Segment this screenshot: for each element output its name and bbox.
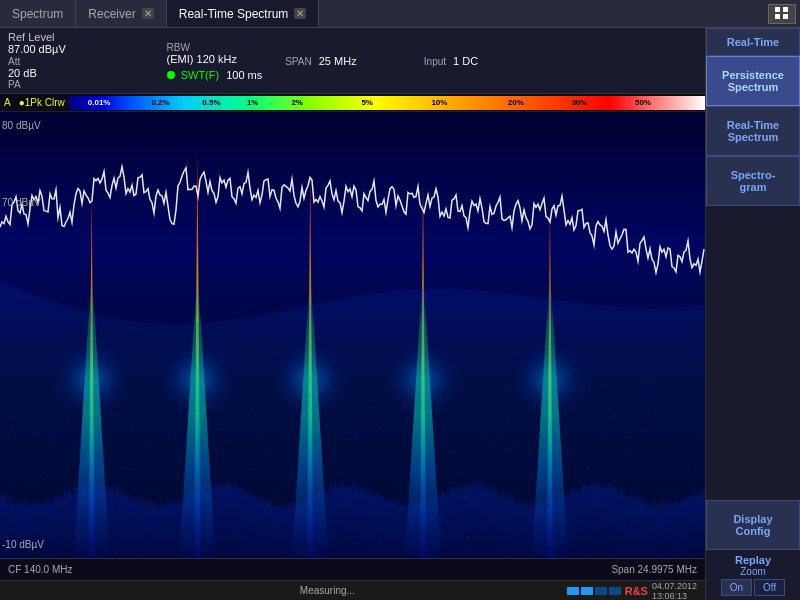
pa-label: PA bbox=[8, 79, 143, 90]
right-panel: Real-Time Persistence Spectrum Real-Time… bbox=[705, 28, 800, 600]
realtime-spectrum-label2: Spectrum bbox=[728, 131, 779, 143]
status-bar: Measuring... R&S 04.07.2012 13:06:13 bbox=[0, 580, 705, 600]
prog-2 bbox=[581, 587, 593, 595]
span-label: Span 24.9975 MHz bbox=[611, 564, 697, 575]
ref-level-value: 87.00 dBµV bbox=[8, 43, 143, 55]
realtime-spectrum-label1: Real-Time bbox=[727, 119, 779, 131]
replay-zoom-section: Replay Zoom On Off bbox=[706, 550, 800, 600]
pct-label-5: 5% bbox=[361, 98, 373, 107]
replay-label: Replay bbox=[710, 554, 796, 566]
status-datetime: 04.07.2012 13:06:13 bbox=[652, 581, 697, 601]
status-measuring: Measuring... bbox=[300, 585, 355, 596]
prog-4 bbox=[609, 587, 621, 595]
tab-receiver[interactable]: Receiver ✕ bbox=[76, 0, 166, 27]
left-panel: Ref Level 87.00 dBµV Att 20 dB PA RBW (E… bbox=[0, 28, 705, 600]
pct-label-20: 20% bbox=[508, 98, 524, 107]
spectrogram-button[interactable]: Spectro- gram bbox=[706, 156, 800, 206]
marker-a-label: A bbox=[0, 97, 15, 108]
right-time bbox=[706, 492, 800, 500]
status-time: 13:06:13 bbox=[652, 591, 687, 601]
cf-label: CF 140.0 MHz bbox=[8, 564, 72, 575]
rbw-group: RBW (EMI) 120 kHz SWT(F) 100 ms bbox=[147, 41, 282, 81]
grid-icon bbox=[775, 7, 789, 21]
zoom-on-button[interactable]: On bbox=[721, 579, 752, 596]
display-config-label1: Display bbox=[733, 513, 772, 525]
color-gradient-bar: 0.01% 0.2% 0.5% 1% 2% 5% 10% 20% 30% 50% bbox=[69, 96, 705, 110]
tab-bar: Spectrum Receiver ✕ Real-Time Spectrum ✕ bbox=[0, 0, 800, 28]
swt-indicator bbox=[167, 71, 175, 79]
spectrum-display: 80 dBµV 70 dBµV -10 dBµV bbox=[0, 112, 705, 558]
marker-type-label: ●1Pk Clrw bbox=[15, 97, 69, 108]
zoom-label: Zoom bbox=[710, 566, 796, 577]
span-group: SPAN 25 MHz bbox=[285, 55, 420, 67]
status-progress bbox=[567, 587, 621, 595]
att-label: Att bbox=[8, 56, 20, 67]
swt-label: SWT(F) bbox=[181, 69, 219, 81]
persistence-spectrum-label2: Spectrum bbox=[728, 81, 779, 93]
realtime-spectrum-button[interactable]: Real-Time Spectrum bbox=[706, 106, 800, 156]
header-info: Ref Level 87.00 dBµV Att 20 dB PA RBW (E… bbox=[0, 28, 705, 94]
att-value: 20 dB bbox=[8, 67, 143, 79]
input-label: Input bbox=[424, 56, 446, 67]
status-right: R&S 04.07.2012 13:06:13 bbox=[567, 581, 697, 601]
rohde-schwarz-logo: R&S bbox=[625, 585, 648, 597]
span-label: SPAN bbox=[285, 56, 312, 67]
tab-realtime[interactable]: Real-Time Spectrum ✕ bbox=[167, 0, 320, 27]
status-date: 04.07.2012 bbox=[652, 581, 697, 591]
tab-receiver-label: Receiver bbox=[88, 7, 135, 21]
ref-level-group: Ref Level 87.00 dBµV Att 20 dB PA bbox=[8, 31, 143, 90]
pct-labels: 0.01% 0.2% 0.5% 1% 2% 5% 10% 20% 30% 50% bbox=[69, 96, 705, 110]
persistence-spectrum-label: Persistence bbox=[722, 69, 784, 81]
display-config-button[interactable]: Display Config bbox=[706, 500, 800, 550]
prog-1 bbox=[567, 587, 579, 595]
pct-label-1: 1% bbox=[247, 98, 259, 107]
pct-label-001: 0.01% bbox=[88, 98, 111, 107]
tab-realtime-close[interactable]: ✕ bbox=[294, 8, 306, 19]
input-value: 1 DC bbox=[453, 55, 478, 67]
prog-3 bbox=[595, 587, 607, 595]
tab-spectrum[interactable]: Spectrum bbox=[0, 0, 76, 27]
zoom-off-button[interactable]: Off bbox=[754, 579, 785, 596]
span-value: 25 MHz bbox=[319, 55, 357, 67]
rbw-label: RBW bbox=[167, 42, 190, 53]
on-off-buttons: On Off bbox=[710, 579, 796, 596]
pct-label-2: 2% bbox=[291, 98, 303, 107]
spectrogram-label2: gram bbox=[740, 181, 767, 193]
pct-label-10: 10% bbox=[431, 98, 447, 107]
tab-receiver-close[interactable]: ✕ bbox=[142, 8, 154, 19]
right-spacer bbox=[706, 206, 800, 492]
rbw-value: (EMI) 120 kHz bbox=[167, 53, 282, 65]
realtime-top-button[interactable]: Real-Time bbox=[706, 28, 800, 56]
grid-menu-button[interactable] bbox=[768, 4, 796, 24]
tab-realtime-label: Real-Time Spectrum bbox=[179, 7, 289, 21]
persistence-spectrum-button[interactable]: Persistence Spectrum bbox=[706, 56, 800, 106]
ref-level-label: Ref Level bbox=[8, 31, 54, 43]
persistence-bar: A ●1Pk Clrw 0.01% 0.2% 0.5% 1% 2% 5% 10%… bbox=[0, 94, 705, 112]
pct-label-30: 30% bbox=[571, 98, 587, 107]
spectrum-canvas bbox=[0, 112, 705, 558]
tab-spectrum-label: Spectrum bbox=[12, 7, 63, 21]
swt-value: 100 ms bbox=[226, 69, 262, 81]
spectrum-container: A ●1Pk Clrw 0.01% 0.2% 0.5% 1% 2% 5% 10%… bbox=[0, 94, 705, 580]
pct-label-02: 0.2% bbox=[151, 98, 169, 107]
pct-label-50: 50% bbox=[635, 98, 651, 107]
pct-label-05: 0.5% bbox=[202, 98, 220, 107]
input-group: Input 1 DC bbox=[424, 55, 559, 67]
main-layout: Ref Level 87.00 dBµV Att 20 dB PA RBW (E… bbox=[0, 28, 800, 600]
spectrogram-label1: Spectro- bbox=[731, 169, 776, 181]
display-config-label2: Config bbox=[736, 525, 771, 537]
bottom-bar: CF 140.0 MHz Span 24.9975 MHz bbox=[0, 558, 705, 580]
